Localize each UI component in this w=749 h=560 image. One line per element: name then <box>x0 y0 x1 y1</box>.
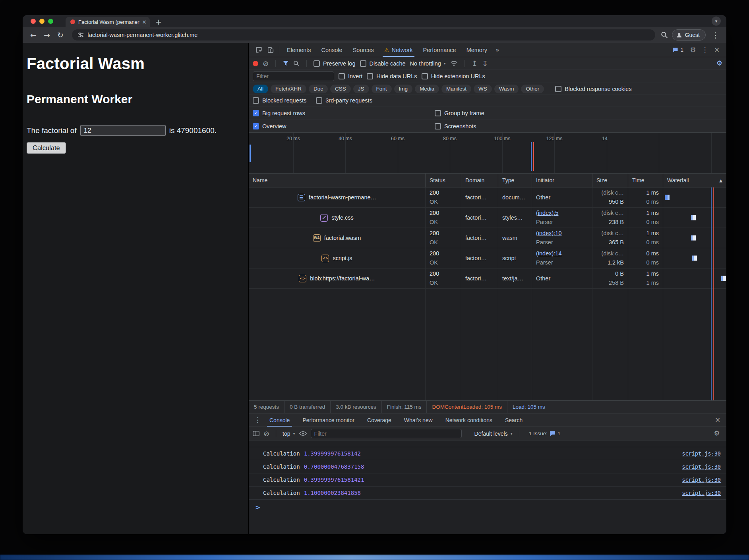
export-har-icon[interactable]: ↧ <box>482 60 488 67</box>
filter-chip-ws[interactable]: WS <box>474 85 492 93</box>
request-initiator-link[interactable]: (index):5 <box>536 209 588 218</box>
invert-checkbox[interactable]: ✓ Invert <box>339 73 362 79</box>
drawer-menu-icon[interactable]: ⋮ <box>252 417 263 423</box>
minimize-window-button[interactable] <box>39 19 45 24</box>
filter-chip-font[interactable]: Font <box>372 85 392 93</box>
column-header-status[interactable]: Status <box>426 174 461 187</box>
message-source-link[interactable]: script.js:30 <box>682 463 721 470</box>
devtools-tab-sources[interactable]: Sources <box>348 43 379 57</box>
console-message[interactable]: Calculation 0.3999999761581421 script.js… <box>249 473 726 487</box>
console-settings-icon[interactable]: ⚙ <box>711 430 722 437</box>
big-request-rows-checkbox[interactable]: ✓ Big request rows <box>253 110 430 116</box>
blocked-response-cookies-checkbox[interactable]: ✓ Blocked response cookies <box>555 86 631 92</box>
tab-close-icon[interactable]: × <box>142 19 147 25</box>
third-party-requests-checkbox[interactable]: ✓ 3rd-party requests <box>316 97 372 104</box>
new-tab-button[interactable]: + <box>155 17 162 26</box>
record-network-log-button[interactable] <box>253 61 258 66</box>
network-filter-input[interactable] <box>253 71 334 81</box>
filter-funnel-icon[interactable] <box>283 60 289 66</box>
browser-menu-button[interactable]: ⋮ <box>710 31 722 39</box>
address-bar[interactable]: factorial-wasm-permanent-worker.glitch.m… <box>72 29 655 41</box>
devtools-menu-icon[interactable]: ⋮ <box>699 46 710 53</box>
profile-button[interactable]: Guest <box>672 29 706 41</box>
more-tabs-icon[interactable]: » <box>492 46 503 54</box>
drawer-tab-console[interactable]: Console <box>263 413 296 427</box>
message-source-link[interactable]: script.js:30 <box>682 490 721 496</box>
drawer-tab-coverage[interactable]: Coverage <box>361 413 398 427</box>
devtools-tab-network[interactable]: ⚠ Network <box>379 43 418 57</box>
filter-chip-manifest[interactable]: Manifest <box>441 85 471 93</box>
filter-chip-wasm[interactable]: Wasm <box>494 85 519 93</box>
overview-checkbox[interactable]: ✓ Overview <box>253 123 430 129</box>
network-request-row[interactable]: WAfactorial.wasm 200OK factori… wasm (in… <box>249 228 726 248</box>
network-request-row[interactable]: <>blob:https://factorial-wa… 200OK facto… <box>249 268 726 289</box>
column-header-name[interactable]: Name <box>249 174 426 187</box>
drawer-tab-network-conditions[interactable]: Network conditions <box>439 413 499 427</box>
forward-button[interactable]: → <box>41 31 53 39</box>
filter-chip-all[interactable]: All <box>253 85 268 93</box>
column-header-type[interactable]: Type <box>498 174 532 187</box>
network-request-row[interactable]: style.css 200OK factori… styles… (index)… <box>249 208 726 228</box>
console-issues-counter[interactable]: 1 Issue: 1 <box>526 431 564 436</box>
search-icon[interactable] <box>293 60 300 67</box>
hide-extension-urls-checkbox[interactable]: ✓ Hide extension URLs <box>422 73 485 79</box>
log-levels-dropdown[interactable]: Default levels ▾ <box>474 431 513 437</box>
console-sidebar-icon[interactable] <box>253 431 259 436</box>
drawer-tab-search[interactable]: Search <box>499 413 529 427</box>
column-header-initiator[interactable]: Initiator <box>532 174 592 187</box>
fullscreen-window-button[interactable] <box>48 19 53 24</box>
console-message[interactable]: Calculation 1.100000023841858 script.js:… <box>249 487 726 500</box>
drawer-tab-whats-new[interactable]: What's new <box>398 413 439 427</box>
network-request-row[interactable]: <>script.js 200OK factori… script (index… <box>249 248 726 268</box>
network-conditions-icon[interactable] <box>450 60 458 66</box>
devtools-tab-console[interactable]: Console <box>316 43 347 57</box>
filter-chip-img[interactable]: Img <box>394 85 413 93</box>
console-prompt[interactable]: > <box>249 500 726 511</box>
devtools-tab-performance[interactable]: Performance <box>418 43 461 57</box>
network-settings-icon[interactable]: ⚙ <box>716 60 722 67</box>
request-initiator-link[interactable]: (index):14 <box>536 249 588 258</box>
request-initiator-link[interactable]: (index):10 <box>536 229 588 238</box>
network-overview-timeline[interactable]: 20 ms 40 ms 60 ms 80 ms 100 ms 120 ms 14 <box>249 133 726 174</box>
column-header-waterfall[interactable]: Waterfall ▲ <box>663 174 726 187</box>
drawer-close-icon[interactable]: × <box>712 417 723 423</box>
filter-chip-js[interactable]: JS <box>353 85 369 93</box>
column-header-time[interactable]: Time <box>628 174 663 187</box>
reload-button[interactable]: ↻ <box>54 31 66 39</box>
throttling-dropdown[interactable]: No throttling ▾ <box>410 60 446 67</box>
message-source-link[interactable]: script.js:30 <box>682 477 721 483</box>
column-header-domain[interactable]: Domain <box>461 174 498 187</box>
calculate-button[interactable]: Calculate <box>27 142 66 154</box>
browser-tab[interactable]: Factorial Wasm (permanent W × <box>66 17 150 27</box>
device-toolbar-icon[interactable] <box>265 45 277 55</box>
back-button[interactable]: ← <box>27 31 39 39</box>
factorial-input[interactable] <box>80 125 166 136</box>
devtools-tab-memory[interactable]: Memory <box>461 43 492 57</box>
clear-network-log-icon[interactable]: ⊘ <box>263 60 269 67</box>
disable-cache-checkbox[interactable]: ✓ Disable cache <box>360 60 406 67</box>
preserve-log-checkbox[interactable]: ✓ Preserve log <box>314 60 355 67</box>
network-request-row[interactable]: factorial-wasm-permane… 200OK factori… d… <box>249 187 726 208</box>
hide-data-urls-checkbox[interactable]: ✓ Hide data URLs <box>367 73 417 79</box>
filter-chip-doc[interactable]: Doc <box>309 85 328 93</box>
site-info-icon[interactable] <box>77 32 84 38</box>
import-har-icon[interactable]: ↥ <box>472 60 478 67</box>
devtools-settings-icon[interactable]: ⚙ <box>687 46 699 53</box>
eye-icon[interactable] <box>299 431 307 436</box>
filter-chip-fetch-xhr[interactable]: Fetch/XHR <box>271 85 306 93</box>
zoom-icon[interactable] <box>661 31 668 39</box>
devtools-close-icon[interactable]: × <box>711 46 722 53</box>
column-header-size[interactable]: Size <box>592 174 628 187</box>
inspect-element-icon[interactable] <box>253 45 265 55</box>
filter-chip-css[interactable]: CSS <box>330 85 351 93</box>
screenshots-checkbox[interactable]: ✓ Screenshots <box>435 123 476 129</box>
console-filter-input[interactable] <box>311 429 462 438</box>
issues-counter[interactable]: 1 <box>669 47 687 53</box>
message-source-link[interactable]: script.js:30 <box>682 450 721 457</box>
clear-console-icon[interactable]: ⊘ <box>263 430 269 437</box>
group-by-frame-checkbox[interactable]: ✓ Group by frame <box>435 110 484 116</box>
javascript-context-dropdown[interactable]: top ▾ <box>283 431 295 437</box>
console-message[interactable]: Calculation 0.7000000476837158 script.js… <box>249 460 726 473</box>
filter-chip-media[interactable]: Media <box>415 85 439 93</box>
drawer-tab-performance-monitor[interactable]: Performance monitor <box>296 413 361 427</box>
